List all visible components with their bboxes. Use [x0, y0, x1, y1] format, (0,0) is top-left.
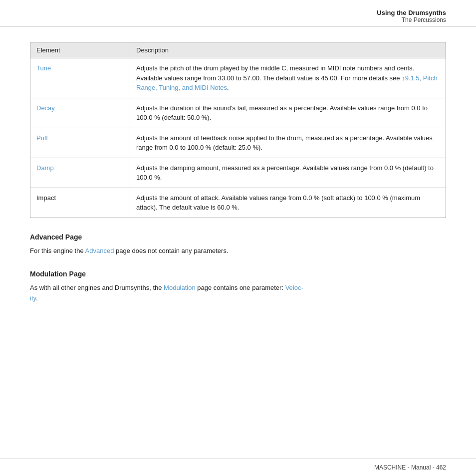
advanced-link[interactable]: Advanced	[85, 247, 114, 254]
advanced-text-after: page does not contain any parameters.	[114, 247, 228, 254]
col-element-header: Element	[30, 42, 130, 58]
element-cell: Puff	[30, 128, 130, 158]
advanced-page-heading: Advanced Page	[30, 233, 446, 241]
element-cell: Damp	[30, 158, 130, 188]
page-container: Using the Drumsynths The Percussions Ele…	[0, 0, 476, 476]
modulation-text-between: page contains one parameter:	[196, 284, 285, 291]
description-cell: Adjusts the damping amount, measured as …	[130, 158, 446, 188]
header-subtitle: The Percussions	[30, 16, 446, 23]
parameter-table: Element Description Tune Adjusts the pit…	[30, 42, 446, 218]
damp-link[interactable]: Damp	[36, 164, 54, 172]
advanced-text-before: For this engine the	[30, 247, 85, 254]
footer-text: MASCHINE - Manual - 462	[374, 464, 446, 471]
table-row: Impact Adjusts the amount of attack. Ava…	[30, 188, 446, 218]
modulation-page-para: As with all other engines and Drumsynths…	[30, 283, 446, 304]
description-cell: Adjusts the duration of the sound's tail…	[130, 98, 446, 128]
table-row: Tune Adjusts the pitch of the drum playe…	[30, 58, 446, 98]
col-description-header: Description	[130, 42, 446, 58]
puff-link[interactable]: Puff	[36, 134, 48, 142]
page-footer: MASCHINE - Manual - 462	[0, 459, 476, 476]
modulation-page-heading: Modulation Page	[30, 270, 446, 278]
impact-label: Impact	[36, 194, 56, 202]
table-row: Puff Adjusts the amount of feedback nois…	[30, 128, 446, 158]
modulation-text-before: As with all other engines and Drumsynths…	[30, 284, 164, 291]
page-header: Using the Drumsynths The Percussions	[0, 0, 476, 27]
element-cell: Impact	[30, 188, 130, 218]
description-cell: Adjusts the amount of feedback noise app…	[130, 128, 446, 158]
main-content: Element Description Tune Adjusts the pit…	[0, 27, 476, 334]
decay-link[interactable]: Decay	[36, 104, 55, 112]
header-title: Using the Drumsynths	[30, 9, 446, 16]
modulation-text-after: .	[36, 294, 38, 302]
tune-link[interactable]: Tune	[36, 64, 51, 72]
element-cell: Decay	[30, 98, 130, 128]
advanced-page-para: For this engine the Advanced page does n…	[30, 246, 446, 256]
tune-reference-link[interactable]: ↑9.1.5, Pitch Range, Tuning, and MIDI No…	[136, 74, 438, 92]
table-row: Decay Adjusts the duration of the sound'…	[30, 98, 446, 128]
table-row: Damp Adjusts the damping amount, measure…	[30, 158, 446, 188]
description-cell: Adjusts the amount of attack. Available …	[130, 188, 446, 218]
modulation-link[interactable]: Modulation	[164, 284, 196, 291]
element-cell: Tune	[30, 58, 130, 98]
description-cell: Adjusts the pitch of the drum played by …	[130, 58, 446, 98]
